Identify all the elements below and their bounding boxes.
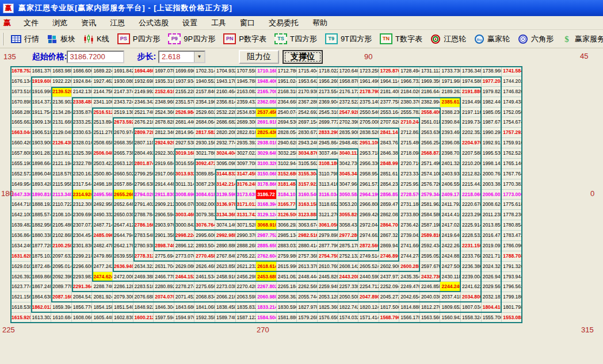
gann-cell[interactable]: 2663.120 xyxy=(113,159,133,169)
gann-cell[interactable]: 2437.972 xyxy=(379,272,400,282)
gann-cell[interactable]: 2102.868 xyxy=(51,231,72,241)
gann-cell[interactable]: 2165.700 xyxy=(256,87,277,97)
gann-cell[interactable]: 1911.754 xyxy=(31,108,52,118)
gann-cell[interactable]: 3134.360 xyxy=(215,210,236,220)
gann-cell[interactable]: 1584.504 xyxy=(256,313,277,323)
gann-cell[interactable]: 2396.084 xyxy=(440,138,461,148)
gann-cell[interactable]: 3116.034 xyxy=(318,190,338,200)
gann-cell[interactable]: 2100.250 xyxy=(51,241,72,251)
toolbar-button-板块[interactable]: 板块 xyxy=(47,34,75,44)
gann-cell[interactable]: 1885.574 xyxy=(31,210,52,220)
gann-cell[interactable]: 2477.242 xyxy=(92,262,113,272)
gann-cell[interactable]: 3184.102 xyxy=(277,190,297,200)
gann-cell[interactable]: 2173.554 xyxy=(318,87,338,97)
gann-cell[interactable]: 1958.878 xyxy=(338,76,359,87)
gann-cell[interactable]: 2163.082 xyxy=(236,87,257,97)
gann-cell[interactable]: 2479.860 xyxy=(92,251,113,262)
gann-cell[interactable]: 3024.404 xyxy=(215,148,236,159)
gann-cell[interactable]: 3176.248 xyxy=(236,179,257,190)
gann-cell[interactable]: 1799.180 xyxy=(502,292,522,302)
gann-cell[interactable]: 2668.356 xyxy=(113,138,133,148)
gann-cell[interactable]: 2322.780 xyxy=(72,159,93,169)
gann-cell[interactable]: 2178.790 xyxy=(358,87,379,97)
gann-cell[interactable]: 2267.802 xyxy=(256,282,277,292)
gann-cell[interactable]: 2896.122 xyxy=(174,241,195,251)
gann-cell[interactable]: 2445.826 xyxy=(318,272,338,282)
gann-cell[interactable]: 2739.042 xyxy=(399,231,420,241)
gann-cell[interactable]: 2657.884 xyxy=(113,179,133,190)
gann-cell[interactable]: 2456.298 xyxy=(236,272,257,282)
chevron-down-icon[interactable]: ▼ xyxy=(194,52,204,62)
gann-cell[interactable]: 3105.562 xyxy=(297,159,318,169)
gann-cell[interactable]: 2335.870 xyxy=(72,108,93,118)
gann-cell[interactable]: 3027.022 xyxy=(236,148,257,159)
gann-cell[interactable]: 2901.358 xyxy=(154,231,174,241)
gann-cell[interactable]: 3168.394 xyxy=(256,200,277,210)
gann-cell[interactable]: 2401.320 xyxy=(440,159,461,169)
gann-cell[interactable]: 2060.980 xyxy=(256,292,277,302)
gann-cell[interactable]: 2403.938 xyxy=(440,169,461,179)
toolbar-button-江恩轮[interactable]: 江恩轮 xyxy=(430,34,466,44)
gann-cell[interactable]: 2110.722 xyxy=(51,200,72,210)
gann-cell[interactable]: 1670.898 xyxy=(10,97,31,108)
gann-cell[interactable]: 2079.306 xyxy=(113,292,133,302)
gann-cell[interactable]: 3042.730 xyxy=(338,159,359,169)
gann-cell[interactable]: 2443.208 xyxy=(338,272,359,282)
gann-cell[interactable]: 2440.590 xyxy=(358,272,379,282)
gann-cell[interactable]: 2066.216 xyxy=(215,292,236,302)
gann-cell[interactable]: 1770.382 xyxy=(502,179,522,190)
gann-cell[interactable]: 1731.112 xyxy=(420,66,441,76)
menu-item-0[interactable]: 文件 xyxy=(17,17,45,29)
gann-cell[interactable]: 1835.832 xyxy=(236,302,257,313)
gann-cell[interactable]: 1618.538 xyxy=(10,302,31,313)
gann-cell[interactable]: 1600.212 xyxy=(133,313,154,323)
gann-cell[interactable]: 2553.164 xyxy=(379,108,400,118)
step-combobox[interactable]: 2.618 ▼ xyxy=(158,51,205,63)
gann-cell[interactable]: 3152.686 xyxy=(277,169,297,179)
gann-cell[interactable]: 2312.308 xyxy=(72,200,93,210)
gann-cell[interactable]: 2911.830 xyxy=(154,190,174,200)
gann-cell[interactable]: 2081.924 xyxy=(92,292,113,302)
gann-cell[interactable]: 2244.240 xyxy=(440,282,461,292)
gann-cell[interactable]: 2898.740 xyxy=(154,241,174,251)
gann-cell[interactable]: 1838.450 xyxy=(215,302,236,313)
gann-cell[interactable]: 2705.008 xyxy=(358,117,379,128)
gann-cell[interactable]: 2804.492 xyxy=(133,148,154,159)
gann-cell[interactable]: 1762.528 xyxy=(502,148,522,159)
menu-item-6[interactable]: 工具 xyxy=(204,17,233,29)
gann-cell[interactable]: 3016.550 xyxy=(174,159,195,169)
gann-cell[interactable]: 2828.054 xyxy=(277,128,297,138)
toolbar-button-赢家服务[interactable]: $赢家服务 xyxy=(562,34,603,44)
gann-cell[interactable]: 2670.974 xyxy=(113,128,133,138)
menu-item-9[interactable]: 帮助 xyxy=(306,17,334,29)
gann-cell[interactable]: 1579.268 xyxy=(297,313,318,323)
menu-item-3[interactable]: 江恩 xyxy=(103,17,132,29)
gann-cell[interactable]: 1862.012 xyxy=(31,302,52,313)
gann-cell[interactable]: 3021.786 xyxy=(194,148,215,159)
gann-cell[interactable]: 2542.692 xyxy=(297,108,318,118)
menu-item-7[interactable]: 窗口 xyxy=(233,17,262,29)
gann-cell[interactable]: 2498.186 xyxy=(92,179,113,190)
gann-cell[interactable]: 2576.726 xyxy=(420,179,441,190)
gann-cell[interactable]: 2712.862 xyxy=(399,128,420,138)
gann-cell[interactable]: 3058.438 xyxy=(338,220,359,231)
gann-cell[interactable]: 2537.456 xyxy=(256,108,277,118)
gann-cell[interactable]: 1780.854 xyxy=(502,220,522,231)
gann-cell[interactable]: 2317.544 xyxy=(72,179,93,190)
gann-cell[interactable]: 2754.750 xyxy=(318,251,338,262)
gann-cell[interactable]: 1608.066 xyxy=(72,313,93,323)
menu-item-2[interactable]: 资讯 xyxy=(74,17,103,29)
gann-cell[interactable]: 2021.710 xyxy=(482,251,502,262)
gann-cell[interactable]: 2529.602 xyxy=(194,108,215,118)
gann-cell[interactable]: 1644.718 xyxy=(10,200,31,210)
gann-cell[interactable]: 2254.712 xyxy=(358,282,379,292)
gann-cell[interactable]: 2341.106 xyxy=(92,97,113,108)
gann-cell[interactable]: 2890.886 xyxy=(215,241,236,251)
gann-cell[interactable]: 3040.112 xyxy=(338,148,359,159)
gann-cell[interactable]: 2642.176 xyxy=(113,241,133,251)
gann-cell[interactable]: 3013.932 xyxy=(174,169,195,179)
gann-cell[interactable]: 2859.470 xyxy=(379,200,400,210)
gann-cell[interactable]: 2330.634 xyxy=(72,128,93,138)
gann-cell[interactable]: 2225.914 xyxy=(461,220,482,231)
gann-cell[interactable]: 3095.090 xyxy=(215,159,236,169)
